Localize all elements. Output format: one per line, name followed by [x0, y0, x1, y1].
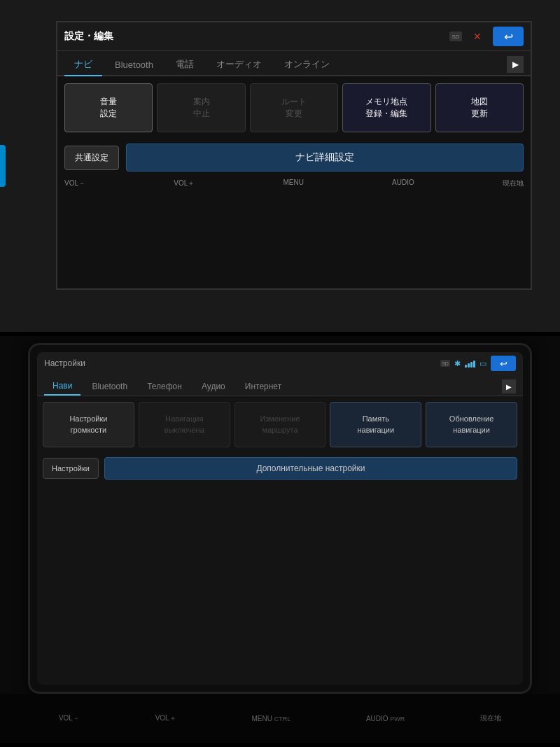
ctrl-genzaichi-top: 現在地	[503, 179, 524, 188]
bottom-header-title: Настройки	[44, 358, 85, 368]
grid-btn-nav-off-bottom[interactable]: Навигация выключена	[139, 402, 230, 447]
tab-arrow-bottom[interactable]: ▶	[502, 379, 516, 393]
navi-detail-button[interactable]: ナビ詳細設定	[126, 144, 524, 172]
phys-genzaichi[interactable]: 現在地	[480, 713, 501, 723]
bottom-bottom-row: Настройки Дополнительные настройки	[37, 453, 523, 484]
tab-denwa-top[interactable]: 電話	[166, 54, 204, 75]
kyotsu-button[interactable]: 共通設定	[64, 146, 119, 170]
grid-btn-volume-top[interactable]: 音量 設定	[64, 83, 153, 132]
bluetooth-status-icon: ✱	[454, 359, 461, 368]
grid-btn-guidance-top[interactable]: 案内 中止	[157, 83, 245, 132]
top-physical-labels: VOL－ VOL＋ MENU AUDIO 現在地	[57, 176, 531, 191]
top-back-button[interactable]: ↩	[493, 27, 524, 46]
bottom-nav-tabs: Нави Bluetooth Телефон Аудио Интернет ▶	[37, 375, 523, 396]
top-panel: 設定・編集 SD ✕ ↩ ナビ Bluetooth 電話 オーディオ オンライン…	[0, 0, 560, 336]
camera-off-icon: ✕	[468, 29, 487, 43]
bottom-panel: Настройки SD ✱ ▭ ↩ Нави Blueto	[0, 336, 560, 743]
sd-card-icon-bottom: SD	[440, 360, 450, 367]
grid-btn-map-top[interactable]: 地図 更新	[435, 83, 524, 132]
screen-top: 設定・編集 SD ✕ ↩ ナビ Bluetooth 電話 オーディオ オンライン…	[56, 21, 532, 290]
grid-btn-memory-top[interactable]: メモリ地点 登録・編集	[342, 83, 430, 132]
bottom-physical-controls: VOL－ VOL＋ MENU CTRL AUDIO PWR 現在地	[0, 694, 560, 743]
sd-card-icon: SD	[449, 32, 462, 41]
top-header-title: 設定・編集	[64, 30, 113, 43]
phys-audio[interactable]: AUDIO PWR	[366, 715, 405, 722]
header-bar-top: 設定・編集 SD ✕ ↩	[57, 22, 531, 51]
tab-audio-top[interactable]: オーディオ	[206, 54, 272, 75]
phys-menu[interactable]: MENU CTRL	[251, 715, 290, 722]
tab-navi-top[interactable]: ナビ	[64, 54, 102, 76]
tab-navi-bottom[interactable]: Нави	[44, 377, 80, 396]
grid-btn-route-top[interactable]: ルート 変更	[250, 83, 338, 132]
detail-button-bottom[interactable]: Дополнительные настройки	[104, 457, 517, 480]
ctrl-menu-top: MENU	[283, 179, 303, 188]
header-bar-bottom: Настройки SD ✱ ▭ ↩	[37, 352, 523, 375]
tab-online-top[interactable]: オンライン	[274, 54, 340, 75]
tab-internet-bottom[interactable]: Интернет	[237, 378, 290, 395]
top-bottom-row: 共通設定 ナビ詳細設定	[57, 139, 531, 176]
tab-bluetooth-top[interactable]: Bluetooth	[105, 55, 163, 74]
ctrl-vol-plus-top: VOL＋	[174, 179, 195, 188]
grid-btn-route-bottom[interactable]: Изменение маршрута	[234, 402, 326, 447]
blue-accent-left	[0, 145, 6, 187]
ctrl-vol-minus-top: VOL－	[64, 179, 85, 188]
phys-vol-minus[interactable]: VOL－	[59, 713, 80, 723]
tab-bluetooth-bottom[interactable]: Bluetooth	[83, 378, 136, 395]
bottom-grid: Настройки громкости Навигация выключена …	[37, 396, 523, 453]
tab-arrow-top[interactable]: ▶	[507, 56, 524, 73]
phys-vol-plus[interactable]: VOL＋	[155, 713, 176, 723]
top-nav-tabs: ナビ Bluetooth 電話 オーディオ オンライン ▶	[57, 51, 531, 76]
ctrl-audio-top: AUDIO	[392, 179, 414, 188]
grid-btn-memory-bottom[interactable]: Память навигации	[330, 402, 421, 447]
signal-bars-icon	[465, 359, 475, 368]
grid-btn-volume-bottom[interactable]: Настройки громкости	[43, 402, 134, 447]
tab-audio-bottom[interactable]: Аудио	[193, 378, 234, 395]
tab-telefon-bottom[interactable]: Телефон	[139, 378, 190, 395]
top-header-icons: SD ✕ ↩	[449, 27, 524, 46]
bottom-header-icons: SD ✱ ▭ ↩	[440, 356, 516, 371]
top-grid: 音量 設定 案内 中止 ルート 変更 メモリ地点 登録・編集 地図 更新	[57, 76, 531, 139]
bottom-back-button[interactable]: ↩	[491, 356, 516, 371]
grid-btn-update-bottom[interactable]: Обновление навигации	[426, 402, 517, 447]
screen-bottom: Настройки SD ✱ ▭ ↩ Нави Blueto	[37, 352, 523, 685]
settings-button-bottom[interactable]: Настройки	[43, 458, 99, 479]
battery-icon: ▭	[479, 359, 486, 368]
bezel-outer: Настройки SD ✱ ▭ ↩ Нави Blueto	[28, 343, 532, 694]
